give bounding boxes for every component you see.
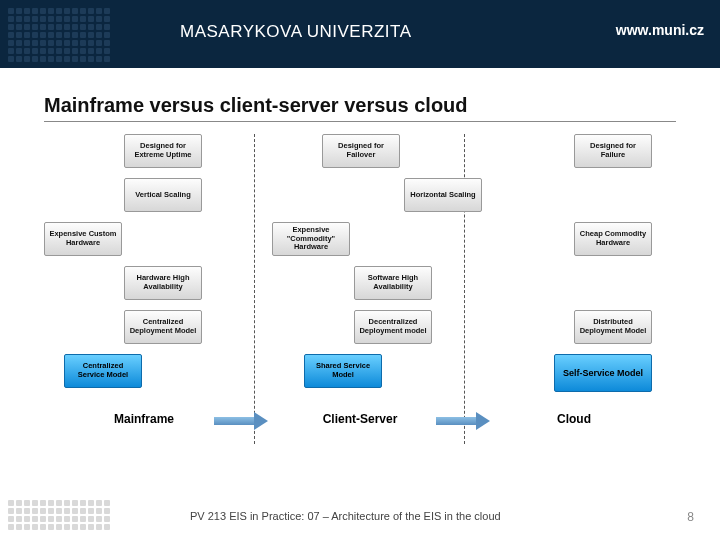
box-clientserver-service: Shared Service Model	[304, 354, 382, 388]
slide-body: Mainframe versus client-server versus cl…	[0, 68, 720, 494]
page-number: 8	[687, 510, 694, 524]
box-mainframe-avail: Hardware High Availability	[124, 266, 202, 300]
box-mainframe-deploy: Centralized Deployment Model	[124, 310, 202, 344]
slide-title: Mainframe versus client-server versus cl…	[44, 94, 676, 122]
header-dot-pattern	[8, 8, 110, 62]
footer: PV 213 EIS in Practice: 07 – Architectur…	[0, 500, 720, 540]
box-mainframe-scale: Vertical Scaling	[124, 178, 202, 212]
box-clientserver-hw: Expensive "Commodity" Hardware	[272, 222, 350, 256]
arrow-clientserver-to-cloud	[436, 414, 492, 428]
footer-course-text: PV 213 EIS in Practice: 07 – Architectur…	[190, 510, 501, 522]
site-url: www.muni.cz	[616, 22, 704, 38]
box-clientserver-design: Designed for Failover	[322, 134, 400, 168]
column-label-cloud: Cloud	[514, 412, 634, 426]
arrow-head-icon	[254, 412, 268, 430]
box-cloud-design: Designed for Failure	[574, 134, 652, 168]
box-cloud-service: Self-Service Model	[554, 354, 652, 392]
box-mainframe-design: Designed for Extreme Uptime	[124, 134, 202, 168]
arrow-mainframe-to-clientserver	[214, 414, 270, 428]
header-band: MASARYKOVA UNIVERZITA www.muni.cz	[0, 0, 720, 68]
box-clientserver-deploy: Decentralized Deployment model	[354, 310, 432, 344]
arrow-head-icon	[476, 412, 490, 430]
box-cloud-deploy: Distributed Deployment Model	[574, 310, 652, 344]
column-label-clientserver: Client-Server	[300, 412, 420, 426]
footer-dot-pattern	[8, 500, 110, 530]
arrow-shaft	[214, 417, 254, 425]
arrow-shaft	[436, 417, 476, 425]
university-name: MASARYKOVA UNIVERZITA	[180, 22, 412, 42]
column-label-mainframe: Mainframe	[84, 412, 204, 426]
column-divider-1	[254, 134, 255, 444]
diagram: Designed for Extreme Uptime Vertical Sca…	[44, 134, 676, 494]
box-clientserver-avail: Software High Availability	[354, 266, 432, 300]
box-cloud-hw: Cheap Commodity Hardware	[574, 222, 652, 256]
box-mainframe-hw: Expensive Custom Hardware	[44, 222, 122, 256]
box-clientserver-scale: Horizontal Scaling	[404, 178, 482, 212]
box-mainframe-service: Centralized Service Model	[64, 354, 142, 388]
